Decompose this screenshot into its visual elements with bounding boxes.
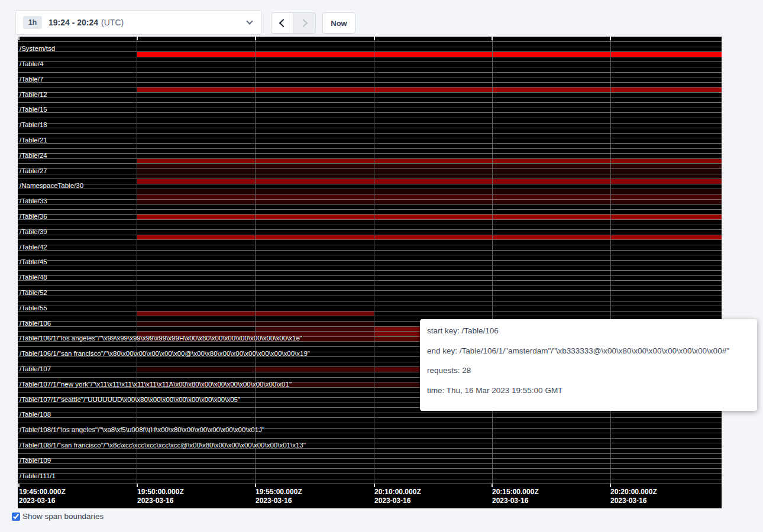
span-boundary-line bbox=[18, 158, 722, 159]
span-boundary-line bbox=[18, 98, 722, 98]
key-label: /Table/107 bbox=[20, 365, 51, 373]
time-tick-label: 20:15:00.000Z 2023-03-16 bbox=[492, 488, 539, 505]
span-boundary-line bbox=[18, 306, 722, 306]
span-boundary-line bbox=[18, 229, 722, 230]
heat-band bbox=[137, 174, 722, 179]
span-boundary-line bbox=[18, 463, 722, 464]
prev-range-button[interactable] bbox=[271, 12, 293, 34]
span-boundary-line bbox=[18, 458, 722, 459]
key-label: /Table/18 bbox=[20, 121, 47, 129]
time-range-selector[interactable]: 1h 19:24 - 20:24 (UTC) bbox=[15, 10, 262, 35]
chevron-left-icon bbox=[279, 19, 287, 27]
heat-band bbox=[137, 214, 722, 219]
span-boundary-line bbox=[18, 148, 722, 149]
span-boundary-line bbox=[18, 468, 722, 469]
span-boundary-line bbox=[18, 311, 722, 312]
span-boundary-line bbox=[18, 189, 722, 189]
tooltip-time: time: Thu, 16 Mar 2023 19:55:00 GMT bbox=[427, 381, 757, 401]
time-tick-label: 19:50:00.000Z 2023-03-16 bbox=[137, 488, 184, 505]
key-label: /Table/21 bbox=[20, 137, 47, 144]
span-boundary-line bbox=[18, 102, 722, 103]
time-grid-line bbox=[137, 37, 137, 484]
span-boundary-line bbox=[18, 225, 722, 225]
axis-tick bbox=[492, 37, 493, 40]
heat-band bbox=[137, 189, 722, 194]
span-boundary-line bbox=[18, 260, 722, 261]
heat-band bbox=[255, 366, 374, 372]
chevron-down-icon bbox=[246, 18, 253, 24]
span-boundary-line bbox=[18, 417, 722, 418]
span-boundary-line bbox=[18, 67, 722, 67]
key-label: /Table/106 bbox=[20, 320, 51, 327]
span-boundary-line bbox=[18, 153, 722, 154]
span-boundary-line bbox=[18, 133, 722, 134]
span-boundary-line bbox=[18, 92, 722, 93]
span-boundary-line bbox=[18, 270, 722, 271]
heat-band bbox=[137, 321, 374, 326]
key-label: /Table/4 bbox=[20, 60, 43, 68]
next-range-button[interactable] bbox=[293, 12, 316, 34]
axis-tick bbox=[374, 484, 375, 487]
heat-band bbox=[137, 366, 255, 372]
tooltip-requests: requests: 28 bbox=[427, 361, 757, 381]
span-boundary-line bbox=[18, 108, 722, 108]
show-span-boundaries-checkbox[interactable] bbox=[12, 512, 20, 521]
span-boundary-line bbox=[18, 290, 722, 291]
span-boundary-line bbox=[18, 245, 722, 245]
span-boundary-line bbox=[18, 41, 722, 42]
key-label: /Table/107/1/"new york"/"\x11\x11\x11\x1… bbox=[20, 381, 292, 388]
span-tooltip: start key: /Table/106 end key: /Table/10… bbox=[420, 319, 757, 411]
footer-controls: Show span boundaries bbox=[12, 512, 104, 521]
span-boundary-line bbox=[18, 275, 722, 276]
span-boundary-line bbox=[18, 473, 722, 474]
key-label: /Table/52 bbox=[20, 289, 47, 297]
key-label: /NamespaceTable/30 bbox=[20, 182, 83, 190]
key-label: /Table/15 bbox=[20, 106, 47, 113]
span-boundary-line bbox=[18, 239, 722, 240]
key-label: /Table/106/1/"san francisco"/"\x80\x00\x… bbox=[20, 350, 310, 358]
span-boundary-line bbox=[18, 143, 722, 144]
time-grid-line bbox=[610, 37, 611, 484]
axis-tick bbox=[610, 37, 611, 40]
time-grid-line bbox=[492, 37, 493, 484]
heat-band bbox=[137, 87, 722, 92]
span-boundary-line bbox=[18, 255, 722, 255]
span-boundary-line bbox=[18, 250, 722, 251]
key-label: /Table/42 bbox=[20, 244, 47, 251]
span-boundary-line bbox=[18, 296, 722, 296]
time-tick-label: 20:10:00.000Z 2023-03-16 bbox=[374, 488, 421, 505]
span-boundary-line bbox=[18, 209, 722, 210]
span-boundary-line bbox=[18, 51, 722, 52]
span-boundary-line bbox=[18, 265, 722, 265]
axis-tick bbox=[255, 484, 256, 487]
heat-band bbox=[137, 194, 722, 199]
axis-tick bbox=[18, 484, 20, 487]
span-boundary-line bbox=[18, 453, 722, 454]
now-button[interactable]: Now bbox=[322, 12, 355, 34]
heat-band bbox=[137, 179, 722, 184]
heat-band bbox=[137, 199, 722, 205]
heatmap-canvas[interactable]: /System/tsd/Table/4/Table/7/Table/12/Tab… bbox=[18, 37, 722, 508]
heat-band bbox=[137, 168, 722, 174]
span-boundary-line bbox=[18, 204, 722, 205]
key-label: /Table/108 bbox=[20, 411, 51, 419]
span-boundary-line bbox=[18, 184, 722, 184]
axis-tick bbox=[137, 37, 138, 40]
span-boundary-line bbox=[18, 235, 722, 235]
key-label: /Table/24 bbox=[20, 152, 47, 160]
axis-tick bbox=[610, 484, 611, 487]
span-boundary-line bbox=[18, 77, 722, 77]
span-boundary-line bbox=[18, 57, 722, 57]
heat-band bbox=[137, 311, 374, 316]
axis-tick bbox=[492, 484, 493, 487]
heat-band bbox=[374, 326, 420, 332]
span-boundary-line bbox=[18, 199, 722, 200]
span-boundary-line bbox=[18, 438, 722, 439]
key-label: /Table/109 bbox=[20, 457, 51, 465]
heat-band bbox=[255, 326, 374, 332]
key-label: /Table/39 bbox=[20, 228, 47, 236]
tooltip-end-key: end key: /Table/106/1/"amsterdam"/"\xb33… bbox=[427, 341, 757, 361]
range-timezone: (UTC) bbox=[101, 18, 124, 27]
chevron-right-icon bbox=[299, 19, 307, 27]
key-label: /Table/108/1/"san francisco"/"\x8c\xcc\x… bbox=[20, 442, 306, 449]
